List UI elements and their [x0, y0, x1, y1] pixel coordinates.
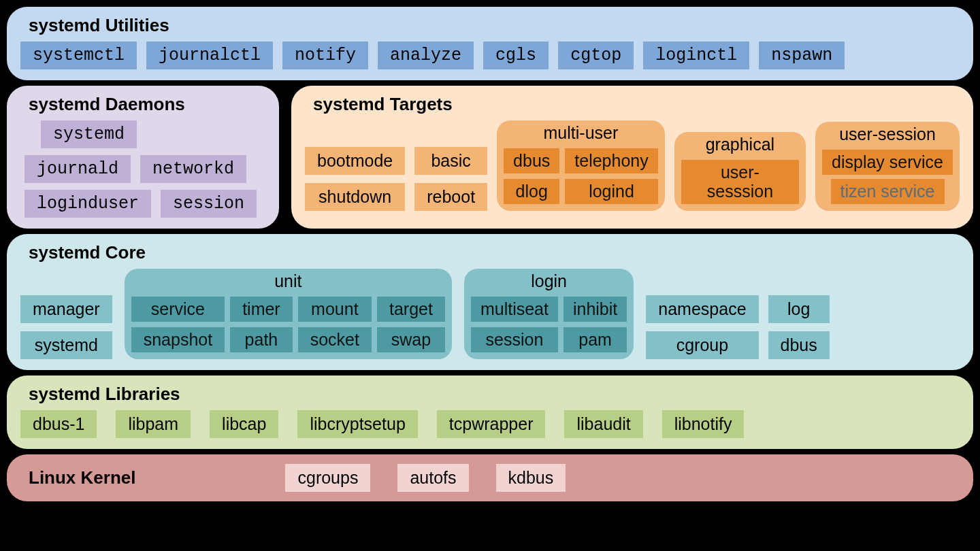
core-sub-item: socket — [298, 327, 372, 352]
target-sub-item: logind — [565, 179, 657, 204]
utility-item: loginctl — [643, 41, 749, 69]
core-item: systemd — [20, 331, 112, 359]
target-usersession: user-session display service tizen servi… — [815, 122, 960, 211]
libraries-title: systemd Libraries — [29, 384, 960, 405]
core-sub-item: target — [377, 297, 445, 322]
core-login-title: login — [531, 271, 567, 291]
target-item: reboot — [414, 183, 487, 211]
target-graphical: graphical user-sesssion — [674, 132, 806, 212]
target-sub-item: telephony — [565, 148, 657, 173]
utility-item: systemctl — [20, 41, 137, 69]
target-item: bootmode — [305, 147, 405, 175]
libraries-section: systemd Libraries dbus-1 libpam libcap l… — [7, 375, 973, 449]
utility-item: analyze — [378, 41, 474, 69]
library-item: tcpwrapper — [437, 410, 546, 438]
utility-item: cgls — [483, 41, 549, 69]
kernel-title: Linux Kernel — [29, 467, 135, 488]
core-sub-item: timer — [230, 297, 293, 322]
core-title: systemd Core — [29, 242, 960, 263]
core-unit-title: unit — [274, 271, 301, 291]
library-item: dbus-1 — [20, 410, 97, 438]
target-sub-item: user-sesssion — [681, 160, 799, 205]
core-sub-item: inhibit — [564, 297, 627, 322]
utility-item: nspawn — [759, 41, 845, 69]
utilities-section: systemd Utilities systemctl journalctl n… — [7, 7, 973, 80]
core-sub-item: mount — [298, 297, 372, 322]
core-item: namespace — [646, 295, 758, 323]
target-multiuser-title: multi-user — [544, 123, 619, 143]
library-item: libcryptsetup — [297, 410, 417, 438]
utilities-title: systemd Utilities — [29, 15, 960, 36]
core-item: cgroup — [646, 331, 758, 359]
target-multiuser: multi-user dbus telephony dlog logind — [497, 120, 665, 211]
target-sub-item: dbus — [504, 148, 559, 173]
core-sub-item: multiseat — [471, 297, 558, 322]
kernel-item: cgroups — [285, 464, 370, 492]
daemon-item: loginduser — [24, 190, 151, 218]
utility-item: journalctl — [146, 41, 273, 69]
core-item: manager — [20, 295, 112, 323]
targets-title: systemd Targets — [313, 94, 960, 115]
utilities-row: systemctl journalctl notify analyze cgls… — [20, 41, 960, 69]
target-usersession-title: user-session — [839, 124, 936, 144]
core-sub-item: pam — [564, 327, 627, 352]
core-login: login multiseat inhibit session pam — [464, 269, 634, 359]
utility-item: notify — [282, 41, 368, 69]
daemon-item: networkd — [140, 155, 246, 183]
daemon-item: session — [161, 190, 257, 218]
kernel-section: Linux Kernel cgroups autofs kdbus — [7, 454, 973, 501]
kernel-item: autofs — [397, 464, 468, 492]
core-item: dbus — [768, 331, 830, 359]
target-sub-item-muted: tizen service — [831, 179, 945, 204]
library-item: libpam — [116, 410, 191, 438]
core-unit: unit service timer mount target snapshot… — [125, 269, 452, 359]
daemons-title: systemd Daemons — [29, 94, 265, 115]
target-graphical-title: graphical — [706, 135, 774, 154]
daemon-item: journald — [24, 155, 131, 183]
library-item: libaudit — [564, 410, 642, 438]
core-sub-item: swap — [377, 327, 445, 352]
daemon-item: systemd — [41, 120, 137, 148]
kernel-item: kdbus — [496, 464, 566, 492]
core-item: log — [768, 295, 830, 323]
core-sub-item: path — [230, 327, 293, 352]
core-sub-item: session — [471, 327, 558, 352]
core-sub-item: service — [131, 297, 225, 322]
library-item: libcap — [210, 410, 278, 438]
utility-item: cgtop — [558, 41, 634, 69]
daemons-section: systemd Daemons systemd journald network… — [7, 86, 279, 229]
target-item: basic — [414, 147, 487, 175]
core-section: systemd Core manager systemd unit servic… — [7, 234, 973, 370]
targets-simple: bootmode basic shutdown reboot — [305, 147, 487, 211]
target-sub-item: dlog — [504, 179, 559, 204]
core-sub-item: snapshot — [131, 327, 225, 352]
library-item: libnotify — [662, 410, 745, 438]
target-item: shutdown — [305, 183, 405, 211]
target-sub-item: display service — [822, 150, 953, 175]
targets-section: systemd Targets bootmode basic shutdown … — [291, 86, 973, 229]
